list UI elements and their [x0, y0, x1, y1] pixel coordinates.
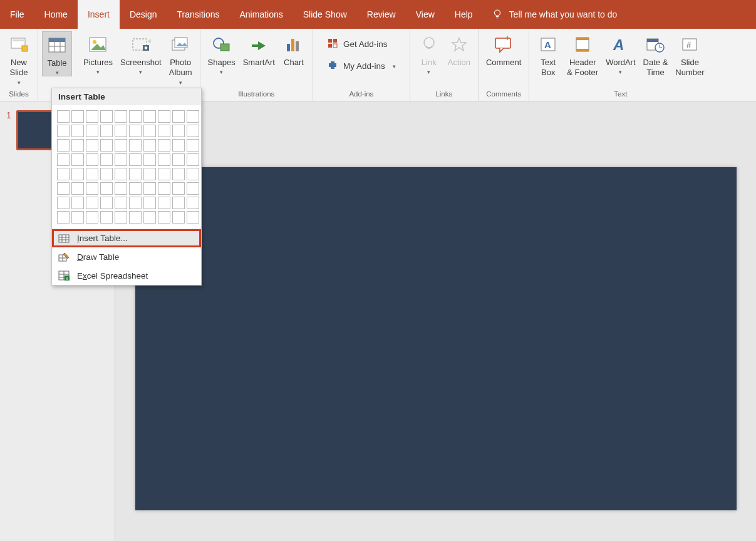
table-grid-cell[interactable] [129, 182, 142, 195]
photo-album-button[interactable]: Photo Album ▾ [165, 31, 196, 86]
tell-me-input[interactable] [509, 9, 672, 19]
table-grid-cell[interactable] [86, 168, 98, 180]
table-grid-cell[interactable] [158, 153, 170, 166]
table-grid-cell[interactable] [129, 168, 142, 180]
table-grid-cell[interactable] [143, 211, 156, 224]
table-grid-cell[interactable] [57, 153, 70, 166]
table-grid-cell[interactable] [129, 139, 142, 152]
my-addins-button[interactable]: My Add-ins ▾ [322, 57, 401, 75]
table-grid-cell[interactable] [187, 153, 199, 166]
table-grid-cell[interactable] [100, 110, 113, 123]
chart-button[interactable]: Chart [279, 31, 309, 68]
table-grid-cell[interactable] [100, 182, 113, 195]
tab-insert[interactable]: Insert [78, 0, 120, 29]
table-grid-cell[interactable] [172, 139, 185, 152]
table-grid-cell[interactable] [115, 182, 127, 195]
tab-file[interactable]: File [0, 0, 34, 29]
table-grid-cell[interactable] [57, 168, 70, 180]
table-grid-cell[interactable] [172, 168, 185, 180]
text-box-button[interactable]: A Text Box [533, 31, 563, 78]
table-grid-cell[interactable] [172, 197, 185, 209]
table-grid-cell[interactable] [71, 197, 84, 209]
table-grid-cell[interactable] [172, 125, 185, 137]
table-grid-cell[interactable] [143, 153, 156, 166]
table-grid-cell[interactable] [187, 139, 199, 152]
get-addins-button[interactable]: Get Add-ins [322, 35, 401, 53]
comment-button[interactable]: + Comment [482, 31, 525, 68]
tab-slideshow[interactable]: Slide Show [293, 0, 357, 29]
table-grid-cell[interactable] [115, 197, 127, 209]
table-grid-cell[interactable] [187, 110, 199, 123]
table-grid-cell[interactable] [143, 139, 156, 152]
table-grid-cell[interactable] [143, 125, 156, 137]
table-grid-cell[interactable] [129, 125, 142, 137]
table-grid-cell[interactable] [115, 153, 127, 166]
table-grid-cell[interactable] [187, 197, 199, 209]
table-grid-cell[interactable] [172, 153, 185, 166]
table-grid-cell[interactable] [57, 139, 70, 152]
table-grid-cell[interactable] [129, 211, 142, 224]
table-grid-cell[interactable] [86, 153, 98, 166]
table-grid-cell[interactable] [115, 211, 127, 224]
table-grid-cell[interactable] [172, 182, 185, 195]
slide-number-button[interactable]: # Slide Number [671, 31, 708, 78]
table-grid-cell[interactable] [187, 211, 199, 224]
tab-review[interactable]: Review [357, 0, 406, 29]
table-grid-cell[interactable] [100, 139, 113, 152]
table-grid-cell[interactable] [100, 168, 113, 180]
table-grid-cell[interactable] [100, 125, 113, 137]
table-grid-cell[interactable] [86, 125, 98, 137]
table-grid-cell[interactable] [158, 139, 170, 152]
table-grid-cell[interactable] [100, 197, 113, 209]
table-button[interactable]: Table ▾ [42, 31, 72, 76]
table-grid-cell[interactable] [143, 197, 156, 209]
table-grid-cell[interactable] [143, 182, 156, 195]
tell-me-search[interactable] [483, 0, 672, 29]
table-grid-cell[interactable] [57, 125, 70, 137]
table-grid-cell[interactable] [71, 168, 84, 180]
table-grid-cell[interactable] [115, 110, 127, 123]
table-grid-cell[interactable] [143, 168, 156, 180]
table-grid-cell[interactable] [158, 182, 170, 195]
table-grid-cell[interactable] [100, 211, 113, 224]
table-grid-cell[interactable] [71, 182, 84, 195]
shapes-button[interactable]: Shapes ▾ [204, 31, 239, 75]
table-grid-cell[interactable] [57, 110, 70, 123]
tab-help[interactable]: Help [445, 0, 483, 29]
table-grid-cell[interactable] [71, 110, 84, 123]
pictures-button[interactable]: Pictures ▾ [80, 31, 117, 75]
table-grid-cell[interactable] [158, 110, 170, 123]
screenshot-button[interactable]: + Screenshot ▾ [117, 31, 165, 75]
table-grid-cell[interactable] [86, 211, 98, 224]
table-grid-cell[interactable] [129, 197, 142, 209]
table-size-grid[interactable] [52, 105, 201, 229]
date-time-button[interactable]: Date & Time [639, 31, 672, 78]
tab-animations[interactable]: Animations [229, 0, 293, 29]
table-grid-cell[interactable] [129, 110, 142, 123]
wordart-button[interactable]: A WordArt ▾ [602, 31, 639, 75]
table-grid-cell[interactable] [86, 110, 98, 123]
smartart-button[interactable]: SmartArt [239, 31, 279, 68]
excel-spreadsheet-menu-item[interactable]: x Excel Spreadsheet [52, 266, 201, 285]
table-grid-cell[interactable] [71, 125, 84, 137]
insert-table-menu-item[interactable]: Insert Table... [52, 229, 201, 247]
table-grid-cell[interactable] [158, 211, 170, 224]
table-grid-cell[interactable] [129, 153, 142, 166]
table-grid-cell[interactable] [172, 211, 185, 224]
tab-home[interactable]: Home [34, 0, 78, 29]
table-grid-cell[interactable] [172, 110, 185, 123]
draw-table-menu-item[interactable]: Draw Table [52, 247, 201, 266]
slide-canvas[interactable] [135, 167, 737, 510]
table-grid-cell[interactable] [86, 182, 98, 195]
table-grid-cell[interactable] [187, 168, 199, 180]
tab-transitions[interactable]: Transitions [167, 0, 230, 29]
table-grid-cell[interactable] [143, 110, 156, 123]
table-grid-cell[interactable] [187, 182, 199, 195]
tab-design[interactable]: Design [120, 0, 167, 29]
table-grid-cell[interactable] [71, 139, 84, 152]
table-grid-cell[interactable] [158, 168, 170, 180]
table-grid-cell[interactable] [57, 182, 70, 195]
table-grid-cell[interactable] [71, 153, 84, 166]
table-grid-cell[interactable] [158, 197, 170, 209]
new-slide-button[interactable]: New Slide ▾ [4, 31, 34, 86]
